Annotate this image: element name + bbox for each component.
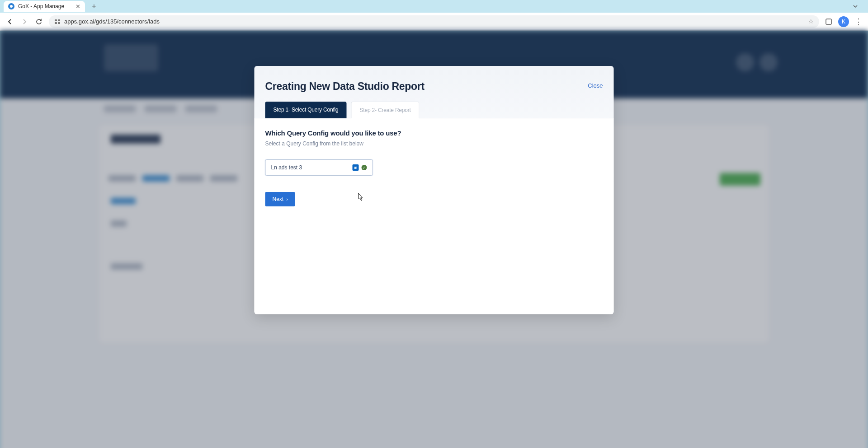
tab-close-icon[interactable]: ✕ [75, 3, 80, 10]
url-text: apps.gox.ai/gds/135/connectors/lads [64, 18, 805, 25]
step-tab-2[interactable]: Step 2- Create Report [351, 102, 420, 118]
svg-rect-1 [58, 19, 60, 21]
step-tabs: Step 1- Select Query Config Step 2- Crea… [255, 102, 614, 118]
back-button[interactable] [5, 17, 14, 26]
create-report-modal: Creating New Data Studio Report Close St… [255, 66, 614, 314]
next-button-label: Next [273, 196, 284, 202]
avatar-letter: K [842, 19, 845, 25]
bookmark-star-icon[interactable]: ☆ [808, 18, 814, 25]
site-settings-icon[interactable] [54, 19, 61, 25]
modal-header: Creating New Data Studio Report Close [255, 66, 614, 102]
next-button[interactable]: Next › [265, 192, 295, 206]
address-bar: apps.gox.ai/gds/135/connectors/lads ☆ K … [0, 13, 868, 31]
new-tab-button[interactable]: + [90, 2, 99, 11]
status-check-icon: ✓ [362, 165, 367, 170]
tab-favicon-icon [8, 3, 14, 9]
reload-button[interactable] [34, 17, 43, 26]
browser-chrome: GoX - App Manage ✕ + apps.gox.ai/gds/135… [0, 0, 868, 31]
query-config-card[interactable]: Ln ads test 3 in ✓ [265, 159, 373, 176]
tab-title: GoX - App Manage [18, 3, 64, 9]
tabs-bar: GoX - App Manage ✕ + [0, 0, 868, 13]
modal-title: Creating New Data Studio Report [265, 80, 425, 93]
svg-rect-4 [826, 19, 831, 24]
svg-rect-3 [58, 22, 60, 24]
url-field[interactable]: apps.gox.ai/gds/135/connectors/lads ☆ [49, 15, 819, 28]
svg-rect-2 [55, 22, 57, 24]
svg-rect-0 [55, 19, 57, 21]
step-tab-1[interactable]: Step 1- Select Query Config [265, 102, 347, 118]
config-label: Ln ads test 3 [271, 164, 302, 171]
profile-avatar[interactable]: K [838, 16, 849, 27]
browser-tab[interactable]: GoX - App Manage ✕ [4, 1, 85, 12]
window-minimize-icon[interactable] [852, 3, 859, 10]
config-icons: in ✓ [353, 164, 367, 171]
browser-more-menu-icon[interactable]: ⋮ [854, 17, 863, 27]
config-question: Which Query Config would you like to use… [265, 129, 603, 137]
config-subtext: Select a Query Config from the list belo… [265, 140, 603, 147]
modal-close-link[interactable]: Close [588, 82, 603, 89]
chevron-right-icon: › [286, 196, 288, 202]
modal-body: Which Query Config would you like to use… [255, 118, 614, 312]
extensions-icon[interactable] [825, 18, 833, 26]
forward-button[interactable] [20, 17, 29, 26]
linkedin-icon: in [353, 164, 359, 171]
